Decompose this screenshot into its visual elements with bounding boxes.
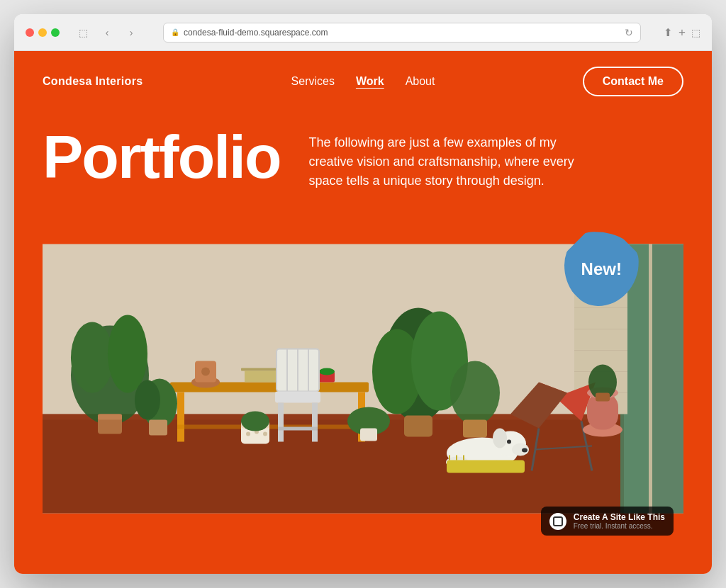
svg-point-59: [522, 448, 527, 453]
hero-title: Portfolio: [43, 126, 281, 187]
lock-icon: 🔒: [171, 28, 179, 36]
share-icon[interactable]: ⬆: [664, 26, 673, 39]
nav-back-button[interactable]: ‹: [98, 23, 116, 42]
hero-section: Portfolio The following are just a few e…: [14, 112, 712, 212]
browser-controls: ⬚ ‹ ›: [74, 23, 140, 42]
nav-work[interactable]: Work: [356, 75, 384, 88]
squarespace-title: Create A Site Like This: [574, 512, 665, 522]
nav-forward-button[interactable]: ›: [122, 23, 140, 42]
svg-point-45: [450, 361, 500, 425]
portfolio-image: New! Create A Site Like This Free trial.…: [43, 212, 683, 545]
svg-point-39: [135, 380, 160, 420]
navigation: Condesa Interiors Services Work About Co…: [14, 51, 712, 112]
site-logo[interactable]: Condesa Interiors: [43, 75, 143, 88]
svg-rect-17: [177, 425, 365, 429]
nav-services[interactable]: Services: [291, 75, 335, 88]
traffic-lights: [26, 28, 60, 37]
nav-about[interactable]: About: [406, 75, 435, 88]
squarespace-logo-inner: [553, 516, 563, 526]
svg-point-54: [241, 412, 269, 431]
svg-rect-46: [463, 420, 487, 438]
svg-rect-30: [278, 403, 284, 442]
svg-point-22: [201, 368, 210, 376]
squarespace-subtitle: Free trial. Instant access.: [574, 522, 665, 530]
svg-point-53: [263, 432, 267, 436]
squarespace-logo: [549, 513, 566, 530]
svg-point-60: [507, 440, 511, 444]
svg-point-58: [493, 429, 507, 448]
svg-point-51: [246, 432, 250, 436]
tabs-icon[interactable]: ⬚: [691, 27, 700, 38]
svg-rect-31: [312, 403, 318, 442]
url-text: condesa-fluid-demo.squarespace.com: [184, 28, 328, 38]
refresh-icon[interactable]: ↻: [625, 27, 633, 38]
svg-rect-5: [652, 244, 683, 514]
maximize-button[interactable]: [51, 28, 60, 37]
browser-chrome: ⬚ ‹ › 🔒 condesa-fluid-demo.squarespace.c…: [14, 14, 712, 51]
svg-rect-40: [149, 420, 167, 436]
back-button[interactable]: ⬚: [74, 23, 92, 42]
squarespace-badge[interactable]: Create A Site Like This Free trial. Inst…: [541, 507, 674, 536]
svg-rect-32: [278, 427, 318, 431]
svg-point-24: [319, 368, 335, 375]
svg-rect-37: [98, 414, 122, 420]
svg-rect-15: [177, 392, 184, 442]
address-bar[interactable]: 🔒 condesa-fluid-demo.squarespace.com ↻: [163, 23, 641, 43]
close-button[interactable]: [26, 28, 34, 37]
svg-rect-29: [275, 392, 320, 403]
new-badge-text: New!: [581, 259, 622, 279]
hero-description: The following are just a few examples of…: [309, 126, 579, 191]
svg-rect-76: [596, 393, 610, 402]
browser-window: ⬚ ‹ › 🔒 condesa-fluid-demo.squarespace.c…: [14, 14, 712, 574]
svg-point-34: [71, 322, 113, 393]
squarespace-text: Create A Site Like This Free trial. Inst…: [574, 512, 665, 530]
website-content: Condesa Interiors Services Work About Co…: [14, 51, 712, 574]
minimize-button[interactable]: [38, 28, 47, 37]
svg-point-35: [108, 315, 147, 393]
svg-rect-63: [447, 460, 525, 473]
new-tab-icon[interactable]: +: [678, 26, 686, 40]
contact-button[interactable]: Contact Me: [583, 67, 683, 96]
svg-rect-48: [360, 429, 377, 441]
svg-rect-44: [404, 416, 432, 437]
nav-links: Services Work About: [291, 75, 435, 88]
browser-actions: ⬆ + ⬚: [664, 26, 700, 40]
